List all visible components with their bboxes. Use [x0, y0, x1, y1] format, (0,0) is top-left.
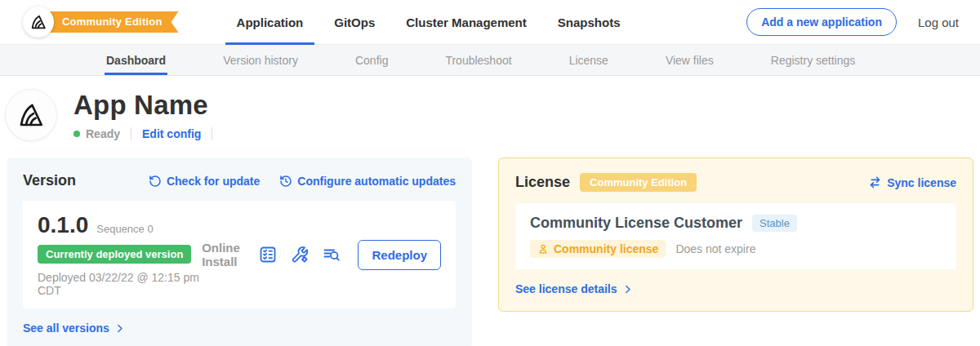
- sync-license-label: Sync license: [887, 176, 956, 189]
- subtab-registry-settings-label: Registry settings: [771, 54, 855, 67]
- replicated-mark-icon: [29, 13, 47, 31]
- replicated-logo: [23, 7, 54, 38]
- subtab-version-history[interactable]: Version history: [221, 45, 300, 75]
- primary-nav: Application GitOps Cluster Management Sn…: [221, 0, 636, 45]
- subtab-config-label: Config: [355, 54, 388, 67]
- app-logo-icon: [16, 100, 46, 130]
- tab-gitops[interactable]: GitOps: [323, 0, 386, 45]
- subtab-license[interactable]: License: [568, 45, 610, 75]
- see-license-details-link[interactable]: See license details: [515, 282, 633, 295]
- version-card-links: Check for update Configure automatic upd…: [149, 175, 456, 188]
- tab-application[interactable]: Application: [225, 0, 315, 45]
- subtab-registry-settings[interactable]: Registry settings: [769, 45, 857, 75]
- tab-snapshots-label: Snapshots: [558, 16, 621, 29]
- current-version-panel: 0.1.0 Sequence 0 Currently deployed vers…: [23, 201, 456, 308]
- ready-status-dot: [74, 131, 80, 137]
- sub-navbar: Dashboard Version history Config Trouble…: [0, 45, 980, 76]
- page-title: App Name: [74, 90, 223, 121]
- chevron-right-icon: [622, 284, 633, 295]
- version-card-header: Version Check for update Configure autom…: [23, 172, 456, 189]
- tab-cluster-management[interactable]: Cluster Management: [394, 0, 538, 45]
- logout-link[interactable]: Log out: [918, 16, 959, 29]
- dashboard-cards: Version Check for update Configure autom…: [7, 157, 973, 346]
- status-badge: Ready: [86, 127, 120, 140]
- version-number-row: 0.1.0 Sequence 0: [38, 212, 202, 238]
- configure-automatic-updates-label: Configure automatic updates: [297, 175, 456, 188]
- divider: [131, 127, 131, 140]
- channel-badge: Stable: [752, 215, 797, 232]
- redeploy-button[interactable]: Redeploy: [358, 240, 441, 270]
- file-search-icon: [322, 245, 341, 264]
- checklist-icon: [258, 245, 278, 264]
- customer-row: Community License Customer Stable: [530, 215, 942, 232]
- currently-deployed-badge: Currently deployed version: [38, 245, 191, 264]
- license-type-row: Community license Does not expire: [530, 240, 942, 258]
- subtab-dashboard-label: Dashboard: [106, 54, 166, 67]
- check-for-update-link[interactable]: Check for update: [149, 175, 260, 188]
- subtab-license-label: License: [569, 54, 608, 67]
- subtab-troubleshoot[interactable]: Troubleshoot: [443, 45, 513, 75]
- main-content: App Name Ready Edit config Version: [0, 89, 980, 346]
- app-header: App Name Ready Edit config: [5, 89, 980, 141]
- topnav-actions: Add a new application Log out: [746, 8, 959, 36]
- see-all-versions-link[interactable]: See all versions: [23, 322, 125, 335]
- subtab-view-files-label: View files: [666, 54, 714, 67]
- license-card-title: License: [515, 174, 570, 191]
- license-type-label: Community license: [554, 242, 658, 255]
- version-number: 0.1.0: [38, 212, 88, 238]
- subtab-config[interactable]: Config: [354, 45, 390, 75]
- version-card-title: Version: [23, 172, 76, 189]
- version-sequence: Sequence 0: [96, 223, 153, 235]
- see-all-versions-label: See all versions: [23, 322, 109, 335]
- license-card-title-group: License Community Edition: [515, 173, 697, 192]
- swap-arrows-icon: [868, 175, 882, 189]
- license-details-panel: Community License Customer Stable Commun…: [515, 203, 956, 269]
- customer-name: Community License Customer: [530, 215, 742, 232]
- tab-cluster-management-label: Cluster Management: [406, 16, 527, 29]
- app-status-row: Ready Edit config: [74, 127, 223, 140]
- app-head-text: App Name Ready Edit config: [74, 90, 223, 140]
- community-edition-ribbon: Community Edition: [38, 11, 179, 33]
- edit-config-link[interactable]: Edit config: [142, 127, 201, 140]
- community-edition-label: Community Edition: [62, 16, 163, 28]
- view-diff-button[interactable]: [322, 245, 341, 264]
- tab-application-label: Application: [237, 16, 304, 29]
- rotate-ccw-icon: [149, 175, 162, 188]
- configure-automatic-updates-link[interactable]: Configure automatic updates: [279, 175, 456, 188]
- sync-license-link[interactable]: Sync license: [868, 175, 956, 189]
- check-for-update-label: Check for update: [167, 175, 260, 188]
- divider: [212, 127, 212, 140]
- see-license-details-label: See license details: [515, 282, 617, 295]
- subtab-view-files[interactable]: View files: [664, 45, 715, 75]
- subtab-dashboard[interactable]: Dashboard: [105, 45, 167, 75]
- install-type-label: Online Install: [202, 241, 243, 268]
- tab-snapshots[interactable]: Snapshots: [546, 0, 632, 45]
- deployed-timestamp: Deployed 03/22/22 @ 12:15 pm CDT: [38, 271, 202, 297]
- tab-gitops-label: GitOps: [334, 16, 375, 29]
- brand: Community Edition: [23, 7, 179, 38]
- history-clock-icon: [279, 175, 292, 188]
- preflight-checks-button[interactable]: [258, 245, 278, 264]
- license-type-tag: Community license: [530, 240, 666, 258]
- version-card: Version Check for update Configure autom…: [7, 157, 472, 346]
- subtab-troubleshoot-label: Troubleshoot: [445, 54, 511, 67]
- version-info: 0.1.0 Sequence 0 Currently deployed vers…: [38, 212, 202, 297]
- license-card-header: License Community Edition Sync license: [515, 173, 956, 192]
- subtab-version-history-label: Version history: [223, 54, 298, 67]
- wrench-gear-icon: [290, 245, 310, 264]
- license-card: License Community Edition Sync license C…: [498, 157, 973, 312]
- chevron-right-icon: [114, 323, 125, 334]
- app-avatar: [5, 89, 57, 141]
- license-expiration: Does not expire: [675, 242, 755, 255]
- version-actions: Online Install: [202, 240, 441, 270]
- add-new-application-button[interactable]: Add a new application: [746, 8, 897, 36]
- edit-config-icon-button[interactable]: [290, 245, 310, 264]
- person-icon: [537, 243, 549, 255]
- top-navbar: Community Edition Application GitOps Clu…: [0, 0, 980, 45]
- community-edition-badge: Community Edition: [580, 173, 697, 192]
